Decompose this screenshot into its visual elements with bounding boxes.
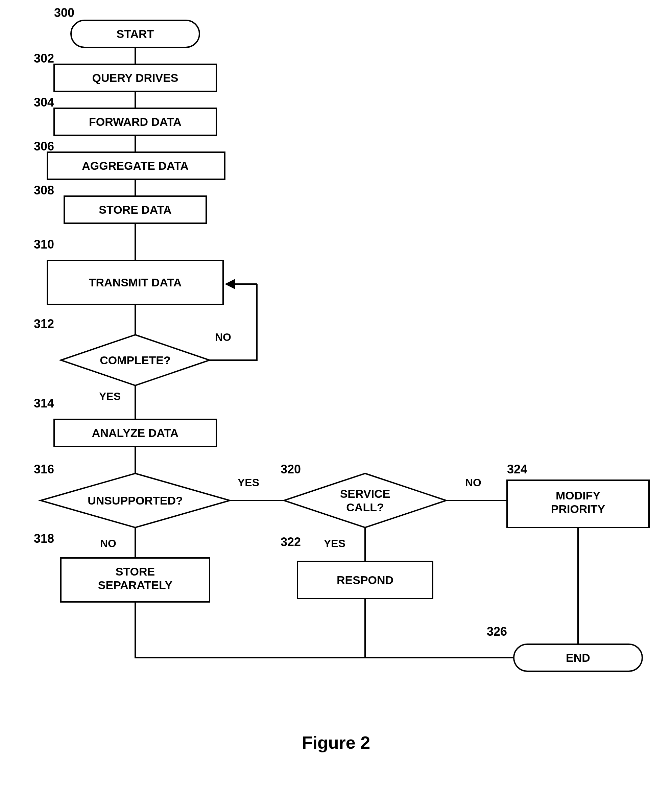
ref-322: 322 [280, 535, 301, 549]
ref-326: 326 [487, 625, 507, 638]
node-transmit-data: TRANSMIT DATA 310 [34, 237, 223, 305]
edge-unsupported-yes-label: YES [238, 476, 259, 489]
node-respond-label: RESPOND [337, 574, 394, 587]
node-service-call-label-a: SERVICE [340, 487, 390, 500]
edge-complete-yes: YES [99, 386, 135, 419]
node-service-call-label-b: CALL? [346, 501, 384, 514]
node-service-call: SERVICE CALL? 320 [280, 462, 446, 527]
node-modify-priority: MODIFY PRIORITY 324 [507, 462, 649, 527]
edge-unsupported-no-label: NO [100, 537, 116, 550]
ref-302: 302 [34, 51, 54, 65]
ref-314: 314 [34, 396, 54, 410]
ref-318: 318 [34, 532, 54, 545]
edge-complete-no-label: NO [215, 331, 231, 343]
node-analyze-data-label: ANALYZE DATA [92, 426, 179, 439]
ref-324: 324 [507, 462, 527, 476]
node-start-label: START [117, 27, 154, 40]
ref-312: 312 [34, 317, 54, 331]
node-complete: COMPLETE? 312 [34, 317, 210, 386]
edge-storesep-to-end [135, 602, 514, 658]
node-store-separately-label-b: SEPARATELY [98, 579, 173, 591]
ref-316: 316 [34, 462, 54, 476]
node-store-data-label: STORE DATA [99, 203, 171, 216]
ref-306: 306 [34, 139, 54, 153]
figure-caption: Figure 2 [302, 733, 370, 752]
edge-complete-yes-label: YES [99, 390, 121, 402]
node-aggregate-data-label: AGGREGATE DATA [82, 159, 188, 172]
node-query-drives-label: QUERY DRIVES [92, 71, 178, 84]
edge-servicecall-no-label: NO [465, 476, 482, 489]
edge-servicecall-yes: YES [324, 527, 365, 561]
ref-308: 308 [34, 183, 54, 197]
node-start: START 300 [54, 6, 200, 47]
node-end: END 326 [487, 625, 642, 671]
ref-300: 300 [54, 6, 74, 19]
node-end-label: END [566, 651, 590, 664]
flowchart: START 300 QUERY DRIVES 302 FORWARD DATA … [0, 0, 672, 795]
node-modify-priority-label-a: MODIFY [556, 489, 601, 502]
edge-servicecall-no: NO [446, 476, 507, 500]
ref-310: 310 [34, 237, 54, 251]
node-unsupported-label: UNSUPPORTED? [88, 494, 182, 507]
node-respond: RESPOND 322 [280, 535, 433, 598]
node-complete-label: COMPLETE? [100, 354, 171, 367]
ref-320: 320 [280, 462, 301, 476]
node-forward-data-label: FORWARD DATA [89, 115, 181, 128]
node-forward-data: FORWARD DATA 304 [34, 95, 216, 135]
node-query-drives: QUERY DRIVES 302 [34, 51, 216, 91]
node-store-separately: STORE SEPARATELY 318 [34, 532, 210, 602]
node-transmit-data-label: TRANSMIT DATA [89, 276, 181, 289]
node-analyze-data: ANALYZE DATA 314 [34, 396, 216, 446]
node-modify-priority-label-b: PRIORITY [551, 503, 605, 515]
node-aggregate-data: AGGREGATE DATA 306 [34, 139, 225, 179]
node-unsupported: UNSUPPORTED? 316 [34, 462, 230, 527]
node-store-separately-label-a: STORE [115, 565, 155, 578]
edge-servicecall-yes-label: YES [324, 537, 346, 550]
ref-304: 304 [34, 95, 54, 109]
edge-unsupported-yes: YES [230, 476, 284, 500]
edge-unsupported-no: NO [100, 527, 135, 558]
node-store-data: STORE DATA 308 [34, 183, 206, 223]
